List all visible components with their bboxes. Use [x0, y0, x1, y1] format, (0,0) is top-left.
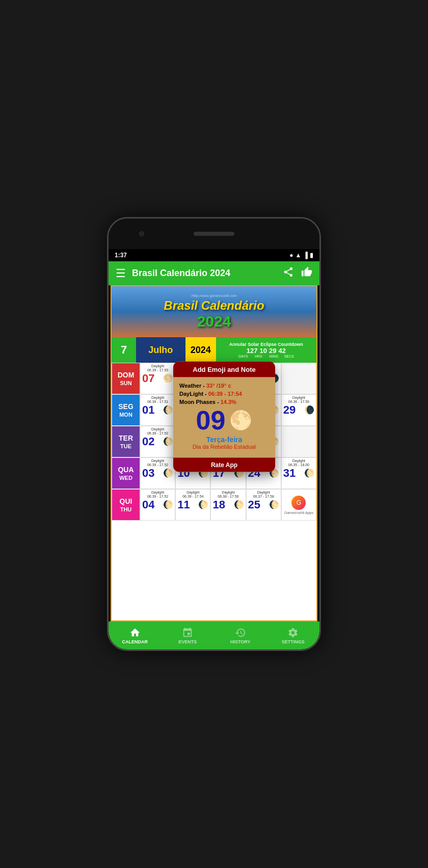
- phone-bottom: ◀ ● ■: [109, 650, 319, 651]
- popup-daylight: DayLight - 06:39 - 17:54: [179, 391, 269, 397]
- popup-day-name: Terça-feira: [179, 436, 269, 444]
- phone-frame: 1:37 ● ▲ ▐ ▮ ☰ Brasil Calendário 2024 /h…: [107, 217, 321, 651]
- popup-header[interactable]: Add Emoji and Note: [173, 362, 275, 377]
- popup-overlay: Add Emoji and Note Weather - 33° /19° c …: [111, 285, 317, 621]
- popup-body: Weather - 33° /19° c DayLight - 06:39 - …: [173, 377, 275, 458]
- popup-moon-phases: Moon Phases - 14.3%: [179, 399, 269, 405]
- popup-weather: Weather - 33° /19° c: [179, 383, 269, 389]
- popup-holiday: Dia da Rebelião Estadual: [179, 444, 269, 450]
- popup-moon: 🌕: [229, 410, 252, 431]
- popup-date: 09: [196, 407, 226, 433]
- rate-app-button[interactable]: Rate App: [173, 458, 275, 472]
- popup: Add Emoji and Note Weather - 33° /19° c …: [173, 362, 275, 472]
- main-content: /http://www.gamesrushti.com Brasil Calen…: [111, 285, 317, 621]
